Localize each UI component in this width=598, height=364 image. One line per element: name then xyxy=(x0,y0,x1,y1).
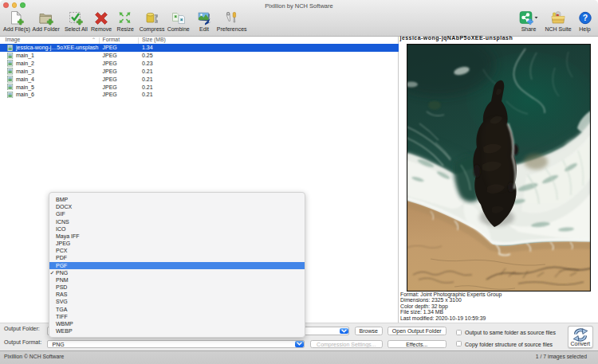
svg-text:?: ? xyxy=(582,13,587,22)
